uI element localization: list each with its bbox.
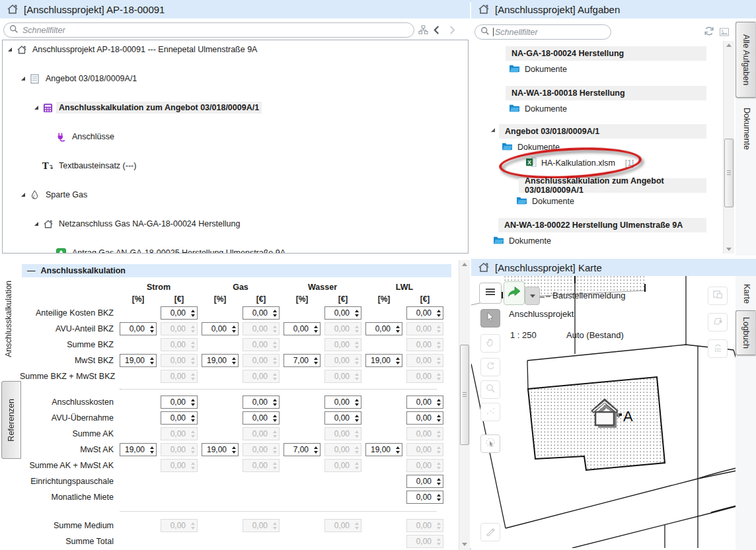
value-spinner[interactable]: 0,00: [324, 306, 361, 320]
spinner-arrows[interactable]: [188, 412, 197, 424]
value-spinner[interactable]: 0,00: [161, 395, 198, 409]
value-spinner[interactable]: 0,00: [161, 411, 198, 425]
expander-icon[interactable]: [21, 77, 25, 81]
tree-item[interactable]: Anschlussprojekt AP-18-00091 --- Ennepet…: [3, 42, 468, 57]
task-group-header[interactable]: NA-GA-18-00024 Herstellung: [506, 46, 706, 61]
tasks-scrollbar[interactable]: [723, 41, 734, 254]
task-documents-item[interactable]: Dokumente: [509, 102, 567, 116]
pan-tool-button[interactable]: [480, 334, 500, 353]
refresh-icon[interactable]: [704, 26, 714, 39]
calculation-group-header[interactable]: — Anschlusskalkulation: [22, 264, 451, 277]
value-spinner[interactable]: 19,00: [202, 443, 239, 456]
expander-icon[interactable]: [491, 128, 495, 132]
calc-scrollbar[interactable]: [459, 260, 470, 550]
spinner-arrows[interactable]: [147, 444, 156, 456]
task-documents-item[interactable]: Dokumente: [493, 234, 551, 248]
share-button[interactable]: [504, 281, 525, 305]
spinner-arrows[interactable]: [229, 444, 238, 456]
spinner-arrows[interactable]: [147, 355, 156, 366]
pointer-tool-button[interactable]: [480, 309, 500, 327]
value-spinner[interactable]: 0,00: [406, 491, 443, 504]
chevron-left-icon[interactable]: [434, 25, 439, 37]
measure-tool-button[interactable]: [480, 523, 500, 541]
scroll-down-arrow[interactable]: [726, 248, 732, 251]
value-spinner[interactable]: 0,00: [365, 322, 402, 335]
value-spinner[interactable]: 0,00: [243, 411, 280, 425]
value-spinner[interactable]: 0,00: [202, 322, 239, 335]
value-spinner[interactable]: 0,00: [243, 395, 280, 409]
value-spinner[interactable]: 0,00: [120, 322, 157, 335]
tab-alle-aufgaben[interactable]: Alle Aufgaben: [736, 22, 755, 98]
spinner-arrows[interactable]: [434, 396, 443, 408]
spinner-arrows[interactable]: [434, 412, 443, 424]
spinner-arrows[interactable]: [311, 355, 320, 366]
zoom-tool-button[interactable]: [480, 380, 500, 399]
snap-points-tool-button[interactable]: [480, 403, 500, 421]
value-spinner[interactable]: 0,00: [406, 395, 443, 409]
spinner-arrows[interactable]: [147, 323, 156, 335]
value-spinner[interactable]: 0,00: [406, 306, 443, 320]
tree-quickfilter-input[interactable]: Schnellfilter: [3, 22, 414, 38]
task-group-header[interactable]: AN-WA-18-00022 Herstellung Ulmenstraße 9…: [498, 218, 706, 232]
task-group-header[interactable]: NA-WA-18-00018 Herstellung: [506, 86, 706, 100]
image-icon[interactable]: [719, 27, 730, 39]
value-spinner[interactable]: 19,00: [120, 443, 157, 456]
tree-item[interactable]: Antrag Gas AN-GA-18-00025 Herstellung Ul…: [3, 246, 468, 254]
tab-karte[interactable]: Karte: [737, 280, 756, 308]
map-scale-value[interactable]: 1 : 250: [510, 330, 537, 340]
task-documents-item[interactable]: Dokumente: [516, 194, 574, 209]
tab-dokumente[interactable]: Dokumente: [737, 100, 756, 157]
task-documents-item[interactable]: Dokumente: [509, 62, 567, 77]
spinner-arrows[interactable]: [352, 396, 361, 408]
tasks-quickfilter-input[interactable]: Schnellfilter: [474, 24, 611, 40]
expander-icon[interactable]: [21, 193, 25, 197]
spinner-arrows[interactable]: [352, 307, 361, 319]
polygon-tool-button[interactable]: [708, 313, 728, 331]
spinner-arrows[interactable]: [393, 444, 402, 456]
tab-logbuch[interactable]: Logbuch: [736, 310, 755, 355]
value-spinner[interactable]: 0,00: [406, 411, 443, 425]
value-spinner[interactable]: 0,00: [243, 306, 280, 320]
value-spinner[interactable]: 19,00: [365, 354, 402, 367]
spinner-arrows[interactable]: [229, 355, 238, 366]
tab-referenzen[interactable]: Referenzen: [1, 381, 21, 459]
map-canvas[interactable]: A Baustellenmeldung Anschlussprojekt 1 :…: [471, 276, 736, 548]
value-spinner[interactable]: 0,00: [324, 395, 361, 409]
map-mode-value[interactable]: Auto (Bestand): [566, 330, 624, 340]
value-spinner[interactable]: 0,00: [406, 475, 443, 488]
scroll-up-arrow[interactable]: [726, 44, 732, 47]
chevron-right-icon[interactable]: [449, 25, 455, 37]
legend-tool-button[interactable]: [708, 339, 728, 358]
spinner-arrows[interactable]: [434, 475, 443, 487]
value-spinner[interactable]: 19,00: [202, 354, 239, 367]
spinner-arrows[interactable]: [393, 323, 402, 335]
scroll-up-arrow[interactable]: [462, 263, 467, 266]
spinner-arrows[interactable]: [434, 307, 443, 319]
expander-icon[interactable]: [34, 222, 38, 226]
task-group-header[interactable]: Angebot 03/018/0009A/1: [499, 124, 706, 139]
expander-icon[interactable]: [34, 106, 38, 110]
value-spinner[interactable]: 0,00: [324, 411, 361, 425]
spinner-arrows[interactable]: [188, 307, 197, 319]
spinner-arrows[interactable]: [311, 323, 320, 335]
spinner-arrows[interactable]: [434, 491, 443, 503]
spinner-arrows[interactable]: [188, 396, 197, 408]
value-spinner[interactable]: 19,00: [120, 354, 157, 367]
value-spinner[interactable]: 0,00: [284, 322, 321, 335]
select-tool-button[interactable]: [480, 434, 500, 453]
value-spinner[interactable]: 0,00: [161, 306, 198, 320]
share-dropdown-button[interactable]: [525, 287, 540, 305]
map-menu-button[interactable]: [479, 283, 502, 304]
tree-item[interactable]: Netzanschluss Gas NA-GA-18-00024 Herstel…: [3, 217, 468, 231]
spinner-arrows[interactable]: [393, 355, 402, 366]
treeview-mode-icon[interactable]: [418, 25, 428, 38]
tree-item[interactable]: Anschlüsse: [3, 129, 468, 144]
tree-item[interactable]: Sparte Gas: [3, 188, 468, 202]
scrollbar-thumb[interactable]: [724, 139, 734, 207]
collapse-icon[interactable]: —: [27, 266, 36, 275]
task-group-header[interactable]: Anschlusskalkulation zum Angebot 03/018/…: [519, 178, 706, 193]
spinner-arrows[interactable]: [311, 444, 320, 456]
expander-icon[interactable]: [8, 48, 12, 52]
scrollbar-thumb[interactable]: [460, 345, 469, 445]
value-spinner[interactable]: 19,00: [365, 443, 402, 456]
